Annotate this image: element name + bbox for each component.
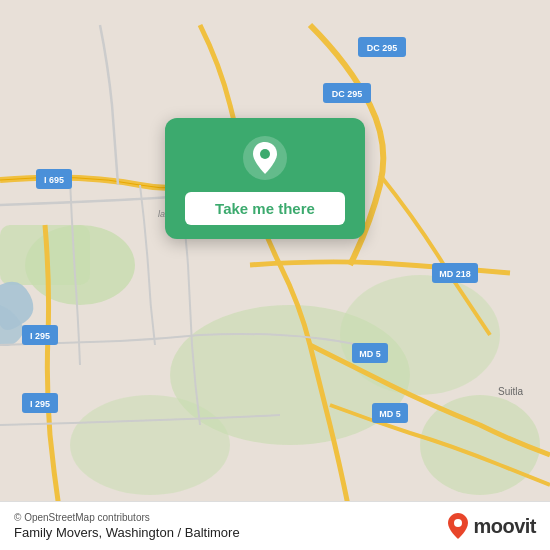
svg-text:DC 295: DC 295 bbox=[367, 43, 398, 53]
map-background: DC 295 DC 295 I 695 I 295 I 295 MD 218 M… bbox=[0, 0, 550, 550]
svg-text:DC 295: DC 295 bbox=[332, 89, 363, 99]
location-label: Family Movers, Washington / Baltimore bbox=[14, 525, 240, 540]
svg-text:MD 218: MD 218 bbox=[439, 269, 471, 279]
moovit-logo: moovit bbox=[447, 512, 536, 540]
osm-credit: © OpenStreetMap contributors bbox=[14, 512, 240, 523]
svg-point-4 bbox=[340, 275, 500, 395]
location-popup: Take me there bbox=[165, 118, 365, 239]
moovit-logo-text: moovit bbox=[473, 515, 536, 538]
map-container: DC 295 DC 295 I 695 I 295 I 295 MD 218 M… bbox=[0, 0, 550, 550]
location-pin-icon bbox=[243, 136, 287, 180]
svg-point-6 bbox=[70, 395, 230, 495]
svg-text:Suitla: Suitla bbox=[498, 386, 523, 397]
svg-text:MD 5: MD 5 bbox=[379, 409, 401, 419]
bottom-bar: © OpenStreetMap contributors Family Move… bbox=[0, 501, 550, 550]
svg-point-27 bbox=[454, 519, 462, 527]
svg-text:MD 5: MD 5 bbox=[359, 349, 381, 359]
take-me-there-button[interactable]: Take me there bbox=[185, 192, 345, 225]
svg-text:I 295: I 295 bbox=[30, 399, 50, 409]
svg-point-26 bbox=[260, 149, 270, 159]
svg-text:I 695: I 695 bbox=[44, 175, 64, 185]
bottom-left-info: © OpenStreetMap contributors Family Move… bbox=[14, 512, 240, 540]
moovit-pin-icon bbox=[447, 512, 469, 540]
svg-text:I 295: I 295 bbox=[30, 331, 50, 341]
